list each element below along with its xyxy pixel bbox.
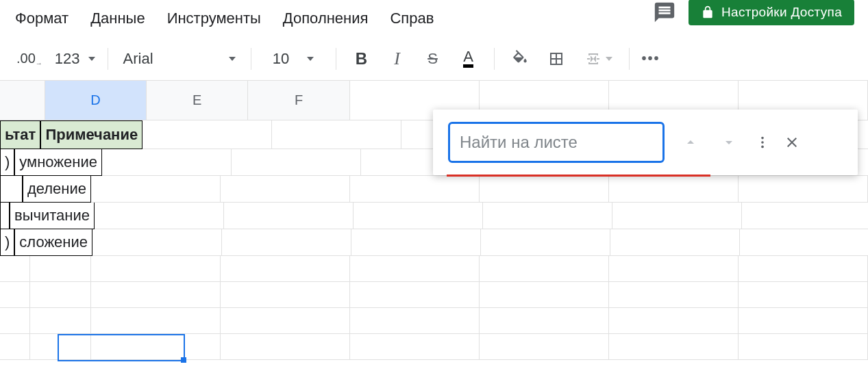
toolbar: .00 → 123 Arial 10 B I S A: [0, 37, 868, 81]
chevron-down-icon: [229, 57, 236, 61]
table-row: [0, 334, 868, 360]
chevron-down-icon: [606, 57, 612, 61]
cell[interactable]: вычитание: [10, 203, 95, 229]
cell-header-c[interactable]: ьтат: [0, 120, 40, 149]
annotation-underline: [447, 175, 710, 177]
cell[interactable]: [0, 176, 23, 203]
table-row: вычитание: [0, 203, 868, 229]
col-header-f[interactable]: F: [248, 81, 350, 120]
svg-point-2: [761, 146, 764, 149]
col-header-e[interactable]: E: [147, 81, 249, 120]
chevron-down-icon: [88, 57, 95, 61]
menu-help[interactable]: Справ: [380, 4, 443, 33]
find-next-button[interactable]: [717, 130, 741, 155]
find-close-button[interactable]: [784, 134, 800, 151]
cell[interactable]: [0, 203, 10, 229]
cell-header-d[interactable]: Примечание: [40, 120, 142, 149]
merge-cells-button[interactable]: [581, 47, 615, 71]
borders-button[interactable]: [545, 47, 567, 71]
svg-point-1: [761, 141, 764, 144]
menu-format[interactable]: Формат: [5, 4, 78, 33]
find-options-button[interactable]: [755, 135, 770, 150]
strikethrough-button[interactable]: S: [423, 47, 443, 71]
table-row: [0, 256, 868, 282]
comments-icon[interactable]: [653, 1, 676, 24]
svg-point-0: [761, 137, 764, 140]
font-name: Arial: [123, 50, 153, 68]
cell[interactable]: ): [0, 149, 14, 176]
col-header-c[interactable]: [0, 81, 45, 120]
share-label: Настройки Доступа: [721, 5, 842, 20]
number-format-button[interactable]: 123: [48, 47, 98, 71]
table-row: деление: [0, 176, 868, 203]
menu-tools[interactable]: Инструменты: [158, 4, 271, 33]
table-row: ) сложение: [0, 229, 868, 256]
menu-addons[interactable]: Дополнения: [273, 4, 378, 33]
share-button[interactable]: Настройки Доступа: [689, 0, 854, 25]
font-size-value: 10: [273, 50, 289, 68]
col-header-d[interactable]: D: [45, 81, 147, 120]
italic-button[interactable]: I: [387, 47, 408, 71]
cell[interactable]: деление: [23, 176, 91, 203]
menu-data[interactable]: Данные: [81, 4, 154, 33]
more-button[interactable]: •••: [639, 47, 663, 71]
bold-button[interactable]: B: [351, 47, 372, 71]
find-input[interactable]: [448, 122, 665, 163]
cell[interactable]: сложение: [14, 229, 92, 256]
cell[interactable]: ): [0, 229, 14, 256]
table-row: [0, 282, 868, 308]
cell[interactable]: умножение: [14, 149, 102, 176]
chevron-down-icon: [307, 57, 314, 61]
find-bar: [433, 110, 858, 175]
fill-color-button[interactable]: [508, 47, 532, 71]
text-color-button[interactable]: A: [458, 47, 479, 71]
find-prev-button[interactable]: [678, 130, 703, 155]
lock-icon: [701, 5, 715, 19]
font-selector[interactable]: Arial: [118, 50, 241, 68]
table-row: [0, 308, 868, 334]
decrease-decimal-button[interactable]: .00 →: [10, 47, 45, 71]
font-size-selector[interactable]: 10: [261, 50, 326, 68]
